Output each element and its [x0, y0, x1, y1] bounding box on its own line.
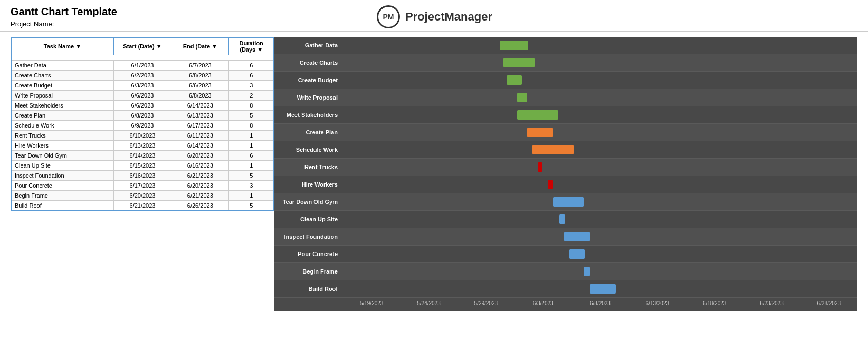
gantt-bar-area: [343, 228, 857, 246]
gantt-row: Build Roof: [274, 280, 857, 298]
task-end: 6/26/2023: [171, 201, 229, 211]
task-end: 6/13/2023: [171, 111, 229, 121]
gantt-bar: [500, 41, 528, 50]
task-start: 6/20/2023: [113, 191, 171, 201]
gantt-bar-area: [343, 280, 857, 298]
axis-date-label: 6/28/2023: [800, 298, 857, 308]
gantt-bar: [590, 284, 616, 294]
gantt-row: Gather Data: [274, 37, 857, 54]
gantt-bar-area: [343, 211, 857, 228]
task-duration: 6: [229, 61, 274, 71]
gantt-bar-area: [343, 246, 857, 263]
gantt-task-label: Schedule Work: [274, 147, 343, 153]
table-row: Write Proposal 6/6/2023 6/8/2023 2: [11, 91, 274, 101]
task-start: 6/14/2023: [113, 151, 171, 161]
gantt-task-label: Begin Frame: [274, 268, 343, 275]
task-start: 6/17/2023: [113, 181, 171, 191]
task-table-section: Task Name ▼ Start (Date) ▼ End (Date ▼ D…: [11, 37, 274, 311]
axis-date-label: 6/8/2023: [571, 298, 628, 308]
brand-logo: PM ProjectManager: [377, 5, 492, 28]
task-end: 6/6/2023: [171, 81, 229, 91]
gantt-row: Hire Workers: [274, 176, 857, 193]
gantt-row: Create Charts: [274, 54, 857, 72]
gantt-task-label: Create Plan: [274, 129, 343, 135]
task-name: Meet Stakeholders: [11, 101, 113, 111]
task-duration: 3: [229, 81, 274, 91]
gantt-bar-area: [343, 176, 857, 193]
task-start: 6/3/2023: [113, 81, 171, 91]
axis-date-label: 6/23/2023: [743, 298, 800, 308]
gantt-task-label: Clean Up Site: [274, 216, 343, 222]
gantt-row: Write Proposal: [274, 89, 857, 106]
task-end: 6/8/2023: [171, 91, 229, 101]
gantt-bar-area: [343, 193, 857, 211]
table-row: Create Plan 6/8/2023 6/13/2023 5: [11, 111, 274, 121]
table-row: Tear Down Old Gym 6/14/2023 6/20/2023 6: [11, 151, 274, 161]
task-duration: 5: [229, 111, 274, 121]
gantt-row: Tear Down Old Gym: [274, 193, 857, 211]
col-header-task[interactable]: Task Name ▼: [11, 37, 113, 55]
axis-date-label: 5/19/2023: [343, 298, 400, 308]
gantt-bar: [584, 267, 590, 276]
task-duration: 8: [229, 121, 274, 131]
task-end: 6/8/2023: [171, 71, 229, 81]
gantt-task-label: Write Proposal: [274, 94, 343, 101]
table-row: Schedule Work 6/9/2023 6/17/2023 8: [11, 121, 274, 131]
gantt-table: Task Name ▼ Start (Date) ▼ End (Date ▼ D…: [11, 37, 274, 211]
gantt-bar-area: [343, 37, 857, 54]
table-row: Clean Up Site 6/15/2023 6/16/2023 1: [11, 161, 274, 171]
gantt-chart: Gather DataCreate ChartsCreate BudgetWri…: [274, 37, 857, 311]
col-header-end[interactable]: End (Date ▼: [171, 37, 229, 55]
task-duration: 6: [229, 151, 274, 161]
axis-dates: 5/19/20235/24/20235/29/20236/3/20236/8/2…: [343, 298, 857, 308]
task-name: Clean Up Site: [11, 161, 113, 171]
task-duration: 3: [229, 181, 274, 191]
gantt-bar-area: [343, 124, 857, 141]
header: Gantt Chart Template Project Name: PM Pr…: [0, 0, 868, 32]
task-name: Rent Trucks: [11, 131, 113, 141]
gantt-task-label: Hire Workers: [274, 181, 343, 188]
gantt-row: Meet Stakeholders: [274, 106, 857, 124]
col-header-duration[interactable]: Duration (Days ▼: [229, 37, 274, 55]
task-end: 6/21/2023: [171, 171, 229, 181]
gantt-row: Inspect Foundation: [274, 228, 857, 246]
task-duration: 2: [229, 91, 274, 101]
table-row: Rent Trucks 6/10/2023 6/11/2023 1: [11, 131, 274, 141]
task-duration: 1: [229, 141, 274, 151]
task-duration: 5: [229, 201, 274, 211]
task-name: Pour Concrete: [11, 181, 113, 191]
main-content: Task Name ▼ Start (Date) ▼ End (Date ▼ D…: [0, 32, 868, 316]
task-start: 6/16/2023: [113, 171, 171, 181]
gantt-axis: 5/19/20235/24/20235/29/20236/3/20236/8/2…: [274, 298, 857, 308]
task-duration: 1: [229, 131, 274, 141]
gantt-task-label: Pour Concrete: [274, 251, 343, 257]
gantt-bar-area: [343, 159, 857, 176]
gantt-bar: [503, 58, 535, 67]
task-start: 6/21/2023: [113, 201, 171, 211]
task-name: Write Proposal: [11, 91, 113, 101]
task-end: 6/16/2023: [171, 161, 229, 171]
gantt-bar-area: [343, 89, 857, 106]
task-end: 6/20/2023: [171, 181, 229, 191]
table-row: Begin Frame 6/20/2023 6/21/2023 1: [11, 191, 274, 201]
task-name: Schedule Work: [11, 121, 113, 131]
gantt-task-label: Inspect Foundation: [274, 233, 343, 240]
task-name: Begin Frame: [11, 191, 113, 201]
gantt-bar: [532, 145, 574, 154]
axis-date-label: 6/3/2023: [514, 298, 571, 308]
brand-name: ProjectManager: [405, 10, 492, 24]
gantt-task-label: Tear Down Old Gym: [274, 199, 343, 205]
table-row: Create Budget 6/3/2023 6/6/2023 3: [11, 81, 274, 91]
gantt-bar: [553, 197, 584, 207]
gantt-bar: [507, 75, 522, 85]
col-header-start[interactable]: Start (Date) ▼: [113, 37, 171, 55]
task-start: 6/9/2023: [113, 121, 171, 131]
task-end: 6/7/2023: [171, 61, 229, 71]
gantt-task-label: Meet Stakeholders: [274, 112, 343, 118]
gantt-task-label: Gather Data: [274, 42, 343, 48]
table-row: Create Charts 6/2/2023 6/8/2023 6: [11, 71, 274, 81]
gantt-row: Create Plan: [274, 124, 857, 141]
gantt-task-label: Rent Trucks: [274, 164, 343, 170]
task-name: Create Budget: [11, 81, 113, 91]
gantt-task-label: Build Roof: [274, 286, 343, 292]
